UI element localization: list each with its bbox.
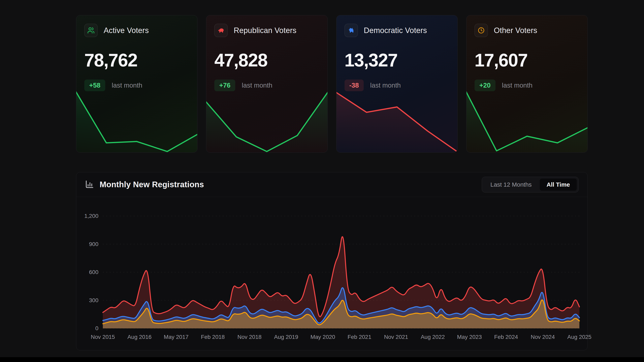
card-title: Active Voters bbox=[104, 26, 149, 35]
registrations-chart-svg bbox=[103, 216, 580, 328]
card-header: Other Voters bbox=[474, 24, 580, 37]
y-tick-label: 300 bbox=[89, 297, 98, 304]
x-tick-label: Nov 2015 bbox=[91, 334, 115, 340]
y-tick-label: 900 bbox=[89, 241, 98, 247]
toggle-last-12-months[interactable]: Last 12 Months bbox=[484, 179, 538, 191]
x-tick-label: Feb 2021 bbox=[348, 334, 371, 340]
x-tick-label: Aug 2016 bbox=[128, 334, 152, 340]
range-toggle: Last 12 Months All Time bbox=[482, 177, 578, 192]
chart-title-wrap: Monthly New Registrations bbox=[85, 180, 204, 189]
stat-cards-row: Active Voters 78,762 +58 last month Repu… bbox=[76, 15, 588, 153]
donkey-icon bbox=[344, 24, 358, 37]
bottom-strip bbox=[0, 357, 644, 362]
sparkline-active-voters bbox=[76, 86, 198, 153]
card-title: Other Voters bbox=[494, 26, 537, 35]
sparkline-other-voters bbox=[466, 86, 588, 153]
stat-card-republican-voters: Republican Voters 47,828 +76 last month bbox=[206, 15, 328, 153]
x-tick-label: Aug 2022 bbox=[420, 334, 445, 340]
y-tick-label: 1,200 bbox=[84, 213, 98, 219]
x-tick-label: May 2023 bbox=[457, 334, 482, 340]
x-tick-label: May 2020 bbox=[310, 334, 335, 340]
x-tick-label: Nov 2018 bbox=[238, 334, 262, 340]
y-tick-label: 0 bbox=[95, 325, 98, 331]
stat-value: 13,327 bbox=[344, 50, 450, 71]
dashboard-content: Active Voters 78,762 +58 last month Repu… bbox=[76, 15, 588, 350]
toggle-all-time[interactable]: All Time bbox=[540, 179, 577, 191]
x-tick-label: Nov 2021 bbox=[384, 334, 408, 340]
stat-card-active-voters: Active Voters 78,762 +58 last month bbox=[76, 15, 198, 153]
registrations-chart-card: Monthly New Registrations Last 12 Months… bbox=[76, 172, 588, 350]
sparkline-democratic-voters bbox=[336, 86, 458, 153]
x-tick-label: Nov 2024 bbox=[531, 334, 555, 340]
clock-icon bbox=[474, 24, 488, 37]
x-axis-labels: Nov 2015Aug 2016May 2017Feb 2018Nov 2018… bbox=[103, 334, 580, 343]
stat-value: 78,762 bbox=[84, 50, 189, 71]
stat-value: 47,828 bbox=[214, 50, 319, 71]
stat-card-other-voters: Other Voters 17,607 +20 last month bbox=[466, 15, 588, 153]
x-tick-label: May 2017 bbox=[164, 334, 188, 340]
y-axis-labels: 03006009001,200 bbox=[76, 216, 98, 328]
card-header: Active Voters bbox=[84, 24, 189, 37]
stat-value: 17,607 bbox=[474, 50, 580, 71]
elephant-icon bbox=[214, 24, 228, 37]
y-tick-label: 600 bbox=[89, 269, 98, 275]
chart-title: Monthly New Registrations bbox=[100, 180, 204, 189]
card-title: Democratic Voters bbox=[364, 26, 427, 35]
bar-chart-icon bbox=[85, 180, 94, 189]
card-header: Republican Voters bbox=[214, 24, 319, 37]
x-tick-label: Aug 2025 bbox=[567, 334, 592, 340]
sparkline-republican-voters bbox=[206, 86, 328, 153]
stat-card-democratic-voters: Democratic Voters 13,327 -38 last month bbox=[336, 15, 458, 153]
x-tick-label: Feb 2018 bbox=[201, 334, 224, 340]
card-header: Democratic Voters bbox=[344, 24, 450, 37]
card-title: Republican Voters bbox=[234, 26, 296, 35]
users-icon bbox=[84, 24, 98, 37]
x-tick-label: Aug 2019 bbox=[274, 334, 298, 340]
chart-header: Monthly New Registrations Last 12 Months… bbox=[76, 172, 588, 197]
x-tick-label: Feb 2024 bbox=[494, 334, 518, 340]
